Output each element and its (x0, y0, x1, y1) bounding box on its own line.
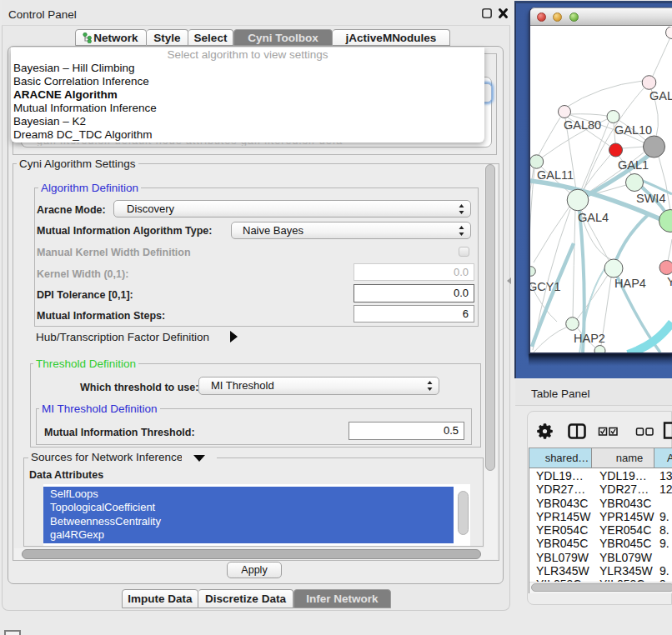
svg-text:SWI4: SWI4 (636, 192, 665, 205)
svg-text:GAL7: GAL7 (649, 89, 672, 102)
svg-text:GAL1: GAL1 (618, 158, 649, 172)
svg-text:HAP2: HAP2 (574, 332, 605, 345)
svg-text:GAL80: GAL80 (564, 118, 601, 132)
svg-text:GAL11: GAL11 (537, 168, 574, 182)
svg-text:GAL4: GAL4 (578, 211, 609, 224)
svg-text:GAL10: GAL10 (614, 123, 652, 137)
svg-text:YD: YD (667, 275, 672, 288)
svg-text:HAP4: HAP4 (614, 277, 646, 290)
svg-text:GCY1: GCY1 (530, 280, 561, 293)
